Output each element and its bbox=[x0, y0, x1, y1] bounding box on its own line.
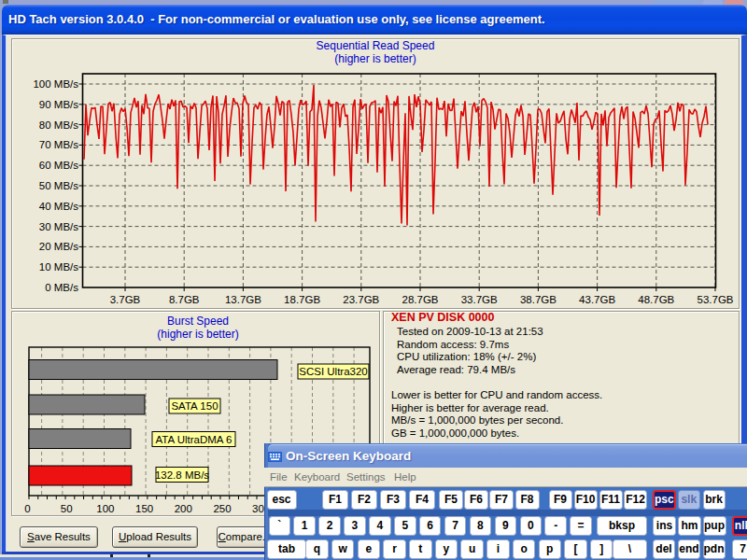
svg-text:100: 100 bbox=[96, 503, 114, 514]
svg-text:10 MB/s: 10 MB/s bbox=[39, 261, 78, 273]
svg-text:13.7GB: 13.7GB bbox=[225, 294, 261, 305]
svg-text:60 MB/s: 60 MB/s bbox=[39, 160, 78, 171]
svg-text:20 MB/s: 20 MB/s bbox=[39, 241, 78, 252]
svg-text:100 MB/s: 100 MB/s bbox=[33, 78, 78, 90]
svg-text:70 MB/s: 70 MB/s bbox=[39, 139, 78, 150]
svg-text:53.7GB: 53.7GB bbox=[698, 294, 734, 305]
svg-text:0 MB/s: 0 MB/s bbox=[45, 282, 78, 293]
svg-text:0: 0 bbox=[24, 503, 30, 514]
svg-text:90 MB/s: 90 MB/s bbox=[39, 99, 78, 110]
svg-text:30 MB/s: 30 MB/s bbox=[39, 221, 78, 232]
svg-text:ATA UltraDMA 6: ATA UltraDMA 6 bbox=[155, 434, 232, 445]
svg-text:33.7GB: 33.7GB bbox=[461, 294, 498, 305]
svg-text:48.7GB: 48.7GB bbox=[638, 294, 674, 305]
svg-text:150: 150 bbox=[135, 503, 153, 514]
svg-text:3.7GB: 3.7GB bbox=[110, 294, 141, 305]
svg-text:SCSI Ultra320: SCSI Ultra320 bbox=[299, 366, 368, 377]
svg-text:250: 250 bbox=[213, 503, 231, 514]
svg-text:28.7GB: 28.7GB bbox=[402, 294, 439, 305]
svg-text:SATA 150: SATA 150 bbox=[171, 400, 218, 412]
svg-text:43.7GB: 43.7GB bbox=[579, 294, 615, 305]
svg-text:50 MB/s: 50 MB/s bbox=[39, 180, 78, 191]
svg-text:40 MB/s: 40 MB/s bbox=[39, 201, 78, 212]
svg-text:38.7GB: 38.7GB bbox=[520, 294, 557, 305]
svg-text:18.7GB: 18.7GB bbox=[284, 294, 320, 305]
svg-text:23.7GB: 23.7GB bbox=[343, 294, 379, 305]
svg-text:50: 50 bbox=[61, 503, 73, 514]
svg-text:80 MB/s: 80 MB/s bbox=[39, 119, 78, 131]
svg-text:8.7GB: 8.7GB bbox=[169, 294, 200, 305]
svg-text:132.8 MB/s: 132.8 MB/s bbox=[155, 469, 209, 481]
svg-text:200: 200 bbox=[175, 503, 192, 514]
